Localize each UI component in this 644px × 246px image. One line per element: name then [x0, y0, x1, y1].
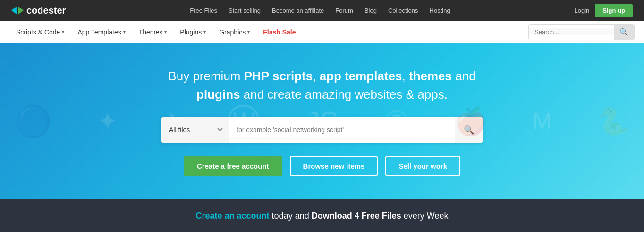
- bottom-banner-accent: Create an account: [196, 211, 270, 221]
- plugins-label: Plugins: [180, 28, 202, 36]
- graphics-chevron: ▾: [247, 29, 250, 34]
- signup-button[interactable]: Sign up: [595, 4, 633, 17]
- hero-cta-buttons: Create a free account Browse new items S…: [184, 156, 460, 176]
- nav-themes[interactable]: Themes ▾: [132, 28, 174, 36]
- top-nav-free-files[interactable]: Free Files: [190, 7, 217, 14]
- hero-section: 🔵 ✦ ✈ Ⓦ JS ⑤ 🍎 M 🐍 Buy premium PHP scrip…: [0, 43, 644, 199]
- scripts-code-label: Scripts & Code: [16, 28, 60, 36]
- hero-title-plugins: plugins: [196, 87, 240, 102]
- top-nav-affiliate[interactable]: Become an affiliate: [272, 7, 324, 14]
- secondary-search: 🔍: [528, 24, 635, 40]
- hero-search-bar: All files Scripts & Code App Templates T…: [161, 117, 483, 143]
- logo-text: codester: [26, 5, 66, 16]
- nav-app-templates[interactable]: App Templates ▾: [71, 28, 132, 36]
- bottom-banner-bold: Download 4 Free Files: [312, 211, 401, 221]
- hero-search-select[interactable]: All files Scripts & Code App Templates T…: [161, 117, 229, 143]
- logo[interactable]: codester: [11, 5, 66, 16]
- bg-icon-magento: M: [533, 108, 552, 135]
- scripts-code-chevron: ▾: [62, 29, 64, 34]
- secondary-navigation: Scripts & Code ▾ App Templates ▾ Themes …: [0, 21, 644, 43]
- hero-search-input[interactable]: [229, 117, 455, 143]
- bottom-banner: Create an account today and Download 4 F…: [0, 199, 644, 232]
- login-button[interactable]: Login: [575, 7, 590, 14]
- bottom-banner-text2: every Week: [401, 211, 449, 221]
- bg-icon-unity: ✦: [97, 107, 118, 136]
- bg-icon-python: 🐍: [597, 106, 630, 137]
- top-navigation: codester Free Files Start selling Become…: [0, 0, 644, 21]
- top-nav-start-selling[interactable]: Start selling: [229, 7, 261, 14]
- hero-title-part1: Buy premium: [168, 69, 244, 83]
- plugins-chevron: ▾: [203, 29, 206, 34]
- bottom-banner-text: Create an account today and Download 4 F…: [196, 211, 449, 221]
- hero-title-rest: and create amazing websites & apps.: [240, 87, 448, 102]
- bottom-banner-text1: today and: [270, 211, 312, 221]
- nav-plugins[interactable]: Plugins ▾: [173, 28, 212, 36]
- hero-title-and: and: [452, 69, 476, 83]
- hero-search-icon: 🔍: [464, 125, 474, 135]
- top-nav-links: Free Files Start selling Become an affil…: [190, 7, 450, 14]
- secondary-nav-links: Scripts & Code ▾ App Templates ▾ Themes …: [9, 28, 528, 36]
- create-account-button[interactable]: Create a free account: [184, 156, 282, 176]
- hero-title-app-templates: app templates: [320, 69, 402, 83]
- hero-title-php: PHP scripts: [244, 69, 313, 83]
- top-nav-collections[interactable]: Collections: [388, 7, 418, 14]
- logo-left-arrow: [11, 6, 17, 15]
- top-nav-blog[interactable]: Blog: [364, 7, 377, 14]
- logo-right-arrow: [18, 6, 24, 15]
- hero-title-themes: themes: [409, 69, 452, 83]
- hero-title-comma2: ,: [402, 69, 409, 83]
- top-nav-hosting[interactable]: Hosting: [430, 7, 450, 14]
- graphics-label: Graphics: [219, 28, 246, 36]
- bg-icon-drupal: 🔵: [14, 104, 52, 139]
- secondary-search-input[interactable]: [529, 28, 614, 35]
- hero-search-button[interactable]: 🔍: [455, 117, 483, 143]
- search-icon: 🔍: [619, 28, 628, 36]
- logo-icon: [11, 6, 24, 15]
- browse-new-items-button[interactable]: Browse new items: [290, 156, 378, 176]
- nav-scripts-code[interactable]: Scripts & Code ▾: [9, 28, 71, 36]
- themes-chevron: ▾: [164, 29, 167, 34]
- top-nav-forum[interactable]: Forum: [335, 7, 353, 14]
- top-nav-auth: Login Sign up: [575, 4, 633, 17]
- hero-title: Buy premium PHP scripts, app templates, …: [168, 67, 475, 104]
- secondary-search-button[interactable]: 🔍: [614, 24, 634, 40]
- app-templates-label: App Templates: [77, 28, 121, 36]
- sell-your-work-button[interactable]: Sell your work: [385, 156, 460, 176]
- themes-label: Themes: [139, 28, 163, 36]
- nav-graphics[interactable]: Graphics ▾: [212, 28, 256, 36]
- app-templates-chevron: ▾: [123, 29, 126, 34]
- nav-flash-sale[interactable]: Flash Sale: [256, 28, 302, 36]
- hero-title-comma1: ,: [313, 69, 319, 83]
